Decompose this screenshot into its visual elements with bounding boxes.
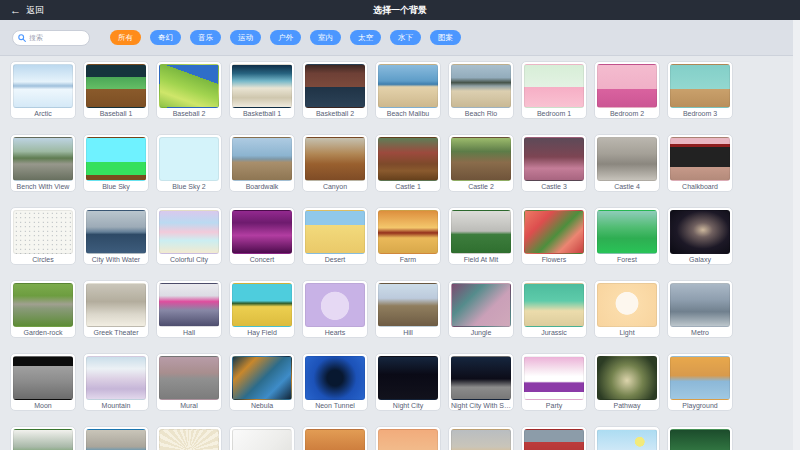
- search-box[interactable]: [12, 30, 90, 46]
- backdrop-item-chalkboard[interactable]: Chalkboard: [667, 134, 733, 192]
- backdrop-item-light[interactable]: Light: [594, 280, 660, 338]
- backdrop-item-soccer[interactable]: Soccer: [667, 426, 733, 450]
- backdrop-item-blue-sky[interactable]: Blue Sky: [83, 134, 149, 192]
- backdrop-item-forest[interactable]: Forest: [594, 207, 660, 265]
- backdrop-item-party[interactable]: Party: [521, 353, 587, 411]
- backdrop-item-neon-tunnel[interactable]: Neon Tunnel: [302, 353, 368, 411]
- backdrop-item-mural[interactable]: Mural: [156, 353, 222, 411]
- backdrop-item-basketball-1[interactable]: Basketball 1: [229, 61, 295, 119]
- backdrop-item-metro[interactable]: Metro: [667, 280, 733, 338]
- filter-chip-奇幻[interactable]: 奇幻: [150, 30, 181, 46]
- backdrop-item-beach-rio[interactable]: Beach Rio: [448, 61, 514, 119]
- backdrop-item-hall[interactable]: Hall: [156, 280, 222, 338]
- backdrop-item-slopes[interactable]: Slopes: [594, 426, 660, 450]
- backdrop-item-canyon[interactable]: Canyon: [302, 134, 368, 192]
- backdrop-item-boardwalk[interactable]: Boardwalk: [229, 134, 295, 192]
- backdrop-thumbnail: [670, 137, 730, 181]
- backdrop-thumbnail: [159, 210, 219, 254]
- backdrop-name: Beach Malibu: [378, 110, 438, 118]
- backdrop-name: Galaxy: [670, 256, 730, 264]
- backdrop-name: Blue Sky 2: [159, 183, 219, 191]
- backdrop-item-playground[interactable]: Playground: [667, 353, 733, 411]
- backdrop-name: Bedroom 1: [524, 110, 584, 118]
- backdrop-name: Jurassic: [524, 329, 584, 337]
- backdrop-name: Nebula: [232, 402, 292, 410]
- backdrop-item-city-with-water[interactable]: City With Water: [83, 207, 149, 265]
- backdrop-item-pathway[interactable]: Pathway: [594, 353, 660, 411]
- filter-chip-图案[interactable]: 图案: [430, 30, 461, 46]
- backdrop-thumbnail: [159, 429, 219, 450]
- filter-chip-太空[interactable]: 太空: [350, 30, 381, 46]
- backdrop-item-pool[interactable]: Pool: [83, 426, 149, 450]
- filter-chip-水下[interactable]: 水下: [390, 30, 421, 46]
- backdrop-thumbnail: [13, 64, 73, 108]
- modal-header: ← 返回 选择一个背景: [0, 0, 800, 20]
- backdrop-name: Night City With Street: [451, 402, 511, 410]
- scrollbar-track[interactable]: [793, 20, 800, 450]
- backdrop-name: Baseball 2: [159, 110, 219, 118]
- backdrop-name: Bench With View: [13, 183, 73, 191]
- backdrop-item-jungle[interactable]: Jungle: [448, 280, 514, 338]
- backdrop-name: Desert: [305, 256, 365, 264]
- backdrop-item-refrigerator[interactable]: Refrigerator: [229, 426, 295, 450]
- backdrop-item-castle-4[interactable]: Castle 4: [594, 134, 660, 192]
- backdrop-item-castle-2[interactable]: Castle 2: [448, 134, 514, 192]
- backdrop-item-flowers[interactable]: Flowers: [521, 207, 587, 265]
- backdrop-item-mountain[interactable]: Mountain: [83, 353, 149, 411]
- backdrop-item-night-city[interactable]: Night City: [375, 353, 441, 411]
- backdrop-item-bedroom-3[interactable]: Bedroom 3: [667, 61, 733, 119]
- backdrop-item-baseball-2[interactable]: Baseball 2: [156, 61, 222, 119]
- backdrop-item-circles[interactable]: Circles: [10, 207, 76, 265]
- search-input[interactable]: [29, 34, 84, 41]
- backdrop-item-castle-1[interactable]: Castle 1: [375, 134, 441, 192]
- backdrop-name: Concert: [232, 256, 292, 264]
- filter-chip-室内[interactable]: 室内: [310, 30, 341, 46]
- filter-chip-户外[interactable]: 户外: [270, 30, 301, 46]
- backdrop-item-hay-field[interactable]: Hay Field: [229, 280, 295, 338]
- backdrop-thumbnail: [597, 429, 657, 450]
- backdrop-thumbnail: [13, 356, 73, 400]
- backdrop-item-blue-sky-2[interactable]: Blue Sky 2: [156, 134, 222, 192]
- backdrop-item-school[interactable]: School: [521, 426, 587, 450]
- backdrop-item-rays[interactable]: Rays: [156, 426, 222, 450]
- backdrop-thumbnail: [86, 64, 146, 108]
- backdrop-item-night-city-with-street[interactable]: Night City With Street: [448, 353, 514, 411]
- backdrop-item-field-at-mit[interactable]: Field At Mit: [448, 207, 514, 265]
- backdrop-item-baseball-1[interactable]: Baseball 1: [83, 61, 149, 119]
- back-button[interactable]: ← 返回: [10, 4, 44, 17]
- backdrop-item-hearts[interactable]: Hearts: [302, 280, 368, 338]
- backdrop-name: Mountain: [86, 402, 146, 410]
- backdrop-item-galaxy[interactable]: Galaxy: [667, 207, 733, 265]
- backdrop-item-savanna[interactable]: Savanna: [448, 426, 514, 450]
- backdrop-item-farm[interactable]: Farm: [375, 207, 441, 265]
- backdrop-item-castle-3[interactable]: Castle 3: [521, 134, 587, 192]
- backdrop-item-beach-malibu[interactable]: Beach Malibu: [375, 61, 441, 119]
- backdrop-item-basketball-2[interactable]: Basketball 2: [302, 61, 368, 119]
- backdrop-thumbnail: [13, 210, 73, 254]
- backdrop-item-desert[interactable]: Desert: [302, 207, 368, 265]
- backdrop-item-concert[interactable]: Concert: [229, 207, 295, 265]
- backdrop-item-arctic[interactable]: Arctic: [10, 61, 76, 119]
- backdrop-item-greek-theater[interactable]: Greek Theater: [83, 280, 149, 338]
- backdrop-thumbnail: [305, 283, 365, 327]
- backdrop-item-jurassic[interactable]: Jurassic: [521, 280, 587, 338]
- backdrop-item-garden-rock[interactable]: Garden-rock: [10, 280, 76, 338]
- backdrop-item-bedroom-1[interactable]: Bedroom 1: [521, 61, 587, 119]
- filter-chip-音乐[interactable]: 音乐: [190, 30, 221, 46]
- backdrop-item-bedroom-2[interactable]: Bedroom 2: [594, 61, 660, 119]
- backdrop-item-bench-with-view[interactable]: Bench With View: [10, 134, 76, 192]
- backdrop-item-colorful-city[interactable]: Colorful City: [156, 207, 222, 265]
- backdrop-item-hill[interactable]: Hill: [375, 280, 441, 338]
- filter-chip-所有[interactable]: 所有: [110, 30, 141, 46]
- backdrop-name: Beach Rio: [451, 110, 511, 118]
- backdrop-item-moon[interactable]: Moon: [10, 353, 76, 411]
- backdrop-thumbnail: [305, 429, 365, 450]
- backdrop-thumbnail: [597, 64, 657, 108]
- filter-chip-运动[interactable]: 运动: [230, 30, 261, 46]
- backdrop-item-nebula[interactable]: Nebula: [229, 353, 295, 411]
- backdrop-name: Garden-rock: [13, 329, 73, 337]
- backdrop-item-room-1[interactable]: Room 1: [302, 426, 368, 450]
- backdrop-thumbnail: [232, 64, 292, 108]
- backdrop-item-room-2[interactable]: Room 2: [375, 426, 441, 450]
- backdrop-item-playing-field[interactable]: Playing Field: [10, 426, 76, 450]
